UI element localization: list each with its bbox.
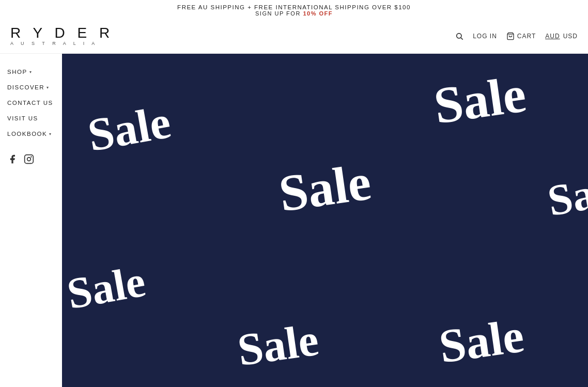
- sale-word-2: Sale: [276, 156, 374, 220]
- sidebar-item-shop[interactable]: SHOP ▾: [7, 64, 55, 80]
- chevron-down-icon: ▾: [47, 85, 50, 90]
- sidebar-item-visit[interactable]: VISIT US: [7, 111, 55, 126]
- sidebar-item-contact-label: CONTACT US: [7, 100, 53, 106]
- sidebar-item-lookbook-label: LOOKBOOK: [7, 131, 47, 137]
- svg-point-0: [457, 34, 461, 38]
- cart-icon: [506, 32, 515, 40]
- top-bar: FREE AU SHIPPING + FREE INTERNATIONAL SH…: [0, 0, 588, 19]
- signup-text: SIGN UP FOR 10% OFF: [0, 10, 588, 17]
- social-links: [7, 150, 55, 171]
- header: R Y D E R A U S T R A L I A LOG IN CART …: [0, 19, 588, 54]
- sidebar-item-lookbook[interactable]: LOOKBOOK ▾: [7, 126, 55, 142]
- sidebar-item-visit-label: VISIT US: [7, 115, 38, 121]
- search-button[interactable]: [455, 32, 463, 41]
- sale-word-3: Sale: [64, 259, 149, 316]
- cart-button[interactable]: CART: [506, 32, 536, 40]
- shipping-text: FREE AU SHIPPING + FREE INTERNATIONAL SH…: [0, 4, 588, 10]
- login-link[interactable]: LOG IN: [473, 33, 497, 40]
- sale-word-5: Sale: [436, 312, 527, 370]
- sidebar-item-discover[interactable]: DISCOVER ▾: [7, 80, 55, 95]
- sale-word-0: Sale: [84, 99, 174, 159]
- cart-label: CART: [517, 33, 536, 40]
- hero-banner: SaleSaleSaleSaleSaleSaleSale: [62, 54, 588, 387]
- sale-word-6: Sale: [545, 166, 588, 223]
- currency-aud[interactable]: AUD: [545, 33, 560, 40]
- sidebar-item-contact[interactable]: CONTACT US: [7, 95, 55, 111]
- sale-word-1: Sale: [431, 68, 529, 132]
- svg-rect-3: [25, 155, 34, 164]
- svg-point-4: [27, 158, 31, 161]
- svg-line-1: [461, 38, 463, 40]
- main-layout: SHOP ▾ DISCOVER ▾ CONTACT US VISIT US LO…: [0, 54, 588, 387]
- currency-usd[interactable]: USD: [563, 33, 578, 40]
- currency-group: AUD USD: [545, 33, 578, 40]
- search-icon: [455, 32, 463, 40]
- logo: R Y D E R A U S T R A L I A: [10, 26, 114, 46]
- chevron-down-icon: ▾: [49, 132, 52, 136]
- logo-brand: R Y D E R: [10, 26, 114, 40]
- header-right: LOG IN CART AUD USD: [455, 32, 578, 41]
- chevron-down-icon: ▾: [29, 70, 33, 74]
- instagram-icon[interactable]: [24, 154, 34, 167]
- facebook-icon[interactable]: [7, 154, 18, 167]
- logo-sub: A U S T R A L I A: [10, 41, 98, 46]
- sidebar-item-discover-label: DISCOVER: [7, 84, 44, 90]
- svg-point-5: [31, 157, 32, 157]
- sidebar: SHOP ▾ DISCOVER ▾ CONTACT US VISIT US LO…: [0, 54, 62, 387]
- sale-word-4: Sale: [235, 317, 321, 374]
- sidebar-item-shop-label: SHOP: [7, 69, 27, 75]
